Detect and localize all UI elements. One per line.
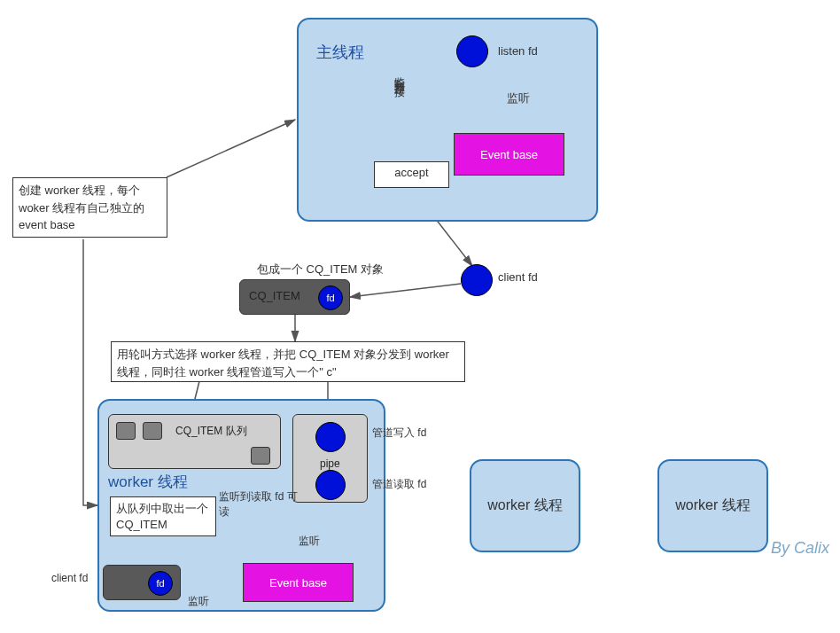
listen-label: 监听 [507,90,530,106]
cq-item-box: CQ_ITEM fd [239,279,350,315]
worker-box-1: worker 线程 [470,459,580,552]
pipe-label: pipe [320,457,340,470]
queue-item-2 [143,422,162,440]
new-conn-label: 监听到新连接 [392,68,407,79]
pipe-write-fd-circle [315,422,346,452]
create-workers-text: 创建 worker 线程，每个 woker 线程有自己独立的 event bas… [19,184,144,231]
create-workers-note: 创建 worker 线程，每个 woker 线程有自己独立的 event bas… [12,177,167,238]
main-event-base-label: Event base [480,148,538,161]
worker-listen-label: 监听 [299,534,320,549]
queue-label: CQ_ITEM 队列 [175,424,247,439]
client-fd-label: client fd [498,270,538,284]
cq-item-fd-label: fd [326,293,334,303]
wrap-cq-item-label: 包成一个 CQ_ITEM 对象 [257,262,384,277]
worker-thread-title: worker 线程 [108,472,188,492]
take-item-box: 从队列中取出一个 CQ_ITEM [110,496,216,536]
worker-fd-label: fd [156,578,164,589]
queue-item-3 [251,447,270,465]
worker-fd-circle: fd [148,571,173,596]
worker-box-2-label: worker 线程 [675,496,750,515]
pipe-read-fd-circle [315,470,346,500]
cq-item-queue: CQ_ITEM 队列 [108,414,281,469]
dispatch-note: 用轮叫方式选择 worker 线程，并把 CQ_ITEM 对象分发到 worke… [111,341,465,382]
cq-item-fd-circle: fd [318,285,343,310]
worker-client-fd-box: fd [103,565,181,600]
svg-line-4 [350,284,461,297]
worker-event-base: Event base [243,563,354,602]
client-fd-circle [461,264,493,296]
pipe-write-fd-label: 管道写入 fd [372,426,426,441]
worker-box-2: worker 线程 [657,459,768,552]
pipe-read-fd-label: 管道读取 fd [372,477,426,492]
listen-fd-circle [456,35,488,67]
worker-event-base-label: Event base [269,576,327,590]
worker-thread-panel: CQ_ITEM 队列 pipe worker 线程 监听到读取 fd 可读 从队… [97,399,385,612]
accept-label: accept [394,166,428,179]
main-event-base: Event base [454,133,564,176]
listen-fd-label: listen fd [498,44,538,58]
worker-listen-label-2: 监听 [188,594,209,609]
svg-line-2 [167,120,295,177]
main-thread-title: 主线程 [316,42,364,63]
take-item-label: 从队列中取出一个 CQ_ITEM [116,502,208,531]
worker-box-1-label: worker 线程 [487,496,562,515]
accept-box: accept [374,161,449,188]
main-thread-panel: 主线程 listen fd 监听 Event base 监听到新连接 accep… [297,18,598,222]
listen-read-fd-label: 监听到读取 fd 可读 [219,489,307,520]
dispatch-note-text: 用轮叫方式选择 worker 线程，并把 CQ_ITEM 对象分发到 worke… [117,348,449,379]
worker-client-fd-label: client fd [51,572,88,584]
queue-item-1 [116,422,136,440]
cq-item-label: CQ_ITEM [249,289,300,302]
watermark: By Calix [771,539,829,558]
